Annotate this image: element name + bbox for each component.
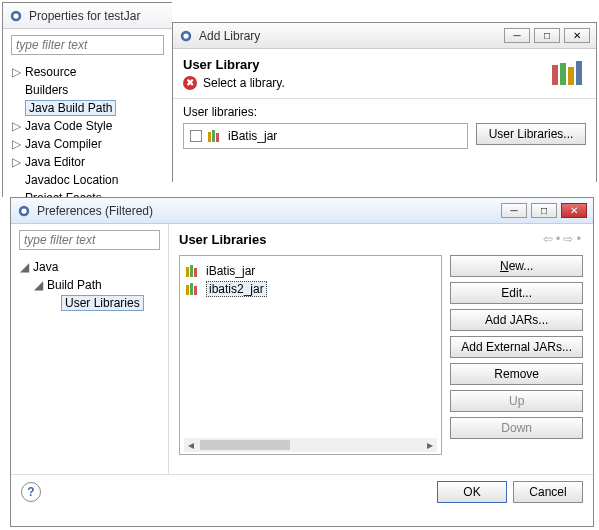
tree-item[interactable]: Javadoc Location	[25, 173, 118, 187]
close-button[interactable]: ✕	[564, 28, 590, 43]
tree-item[interactable]: Resource	[25, 65, 76, 79]
cancel-button[interactable]: Cancel	[513, 481, 583, 503]
add-external-jars-button[interactable]: Add External JARs...	[450, 336, 583, 358]
user-libraries-list[interactable]: iBatis_jar	[183, 123, 468, 149]
category-panel: ◢Java ◢Build Path User Libraries	[11, 224, 169, 474]
svg-rect-8	[208, 132, 211, 142]
svg-rect-5	[560, 63, 566, 85]
svg-rect-10	[216, 133, 219, 142]
svg-point-3	[183, 33, 188, 38]
tree-item[interactable]: Java Editor	[25, 155, 85, 169]
remove-button[interactable]: Remove	[450, 363, 583, 385]
titlebar[interactable]: Add Library ─ □ ✕	[173, 23, 596, 49]
svg-rect-15	[194, 268, 197, 277]
tree-item[interactable]: Builders	[25, 83, 68, 97]
svg-rect-18	[194, 286, 197, 295]
library-icon	[208, 130, 222, 142]
tree-item[interactable]: Build Path	[47, 278, 102, 292]
checkbox[interactable]	[190, 130, 202, 142]
svg-rect-17	[190, 283, 193, 295]
add-jars-button[interactable]: Add JARs...	[450, 309, 583, 331]
library-icon	[186, 265, 200, 277]
filter-input[interactable]	[11, 35, 164, 55]
window-title: Properties for testJar	[29, 9, 166, 23]
svg-rect-9	[212, 130, 215, 142]
svg-rect-16	[186, 285, 189, 295]
nav-arrows[interactable]: ⇦ • ⇨ •	[543, 232, 581, 246]
library-icon	[186, 283, 200, 295]
eclipse-icon	[17, 204, 31, 218]
minimize-button[interactable]: ─	[501, 203, 527, 218]
svg-rect-13	[186, 267, 189, 277]
error-icon: ✖	[183, 76, 197, 90]
titlebar[interactable]: Properties for testJar	[3, 3, 172, 29]
up-button[interactable]: Up	[450, 390, 583, 412]
dialog-heading: User Library	[183, 57, 285, 72]
library-banner-icon	[550, 59, 586, 89]
ok-button[interactable]: OK	[437, 481, 507, 503]
tree-item[interactable]: Java	[33, 260, 58, 274]
content-panel: ⇦ • ⇨ • User Libraries iBatis_jar ibatis…	[169, 224, 593, 474]
svg-point-12	[21, 208, 26, 213]
list-label: User libraries:	[183, 105, 586, 119]
list-item-selected[interactable]: ibatis2_jar	[206, 281, 267, 297]
window-title: Preferences (Filtered)	[37, 204, 501, 218]
eclipse-icon	[9, 9, 23, 23]
tree-item-selected[interactable]: User Libraries	[61, 295, 144, 311]
eclipse-icon	[179, 29, 193, 43]
edit-button[interactable]: Edit...	[450, 282, 583, 304]
titlebar[interactable]: Preferences (Filtered) ─ □ ✕	[11, 198, 593, 224]
category-tree[interactable]: ▷Resource Builders Java Build Path ▷Java…	[3, 61, 172, 209]
filter-input[interactable]	[19, 230, 160, 250]
maximize-button[interactable]: □	[531, 203, 557, 218]
add-library-window: Add Library ─ □ ✕ User Library ✖Select a…	[172, 22, 597, 182]
libraries-list[interactable]: iBatis_jar ibatis2_jar ◂▸	[179, 255, 442, 455]
preferences-window: Preferences (Filtered) ─ □ ✕ ◢Java ◢Buil…	[10, 197, 594, 527]
window-title: Add Library	[199, 29, 504, 43]
tree-item[interactable]: Java Code Style	[25, 119, 112, 133]
properties-window: Properties for testJar ▷Resource Builder…	[2, 2, 172, 197]
filter-box	[11, 35, 164, 55]
list-item[interactable]: iBatis_jar	[228, 129, 277, 143]
minimize-button[interactable]: ─	[504, 28, 530, 43]
dialog-footer: ? OK Cancel	[11, 474, 593, 509]
new-button[interactable]: New...	[450, 255, 583, 277]
svg-rect-7	[576, 61, 582, 85]
down-button[interactable]: Down	[450, 417, 583, 439]
dialog-header: User Library ✖Select a library.	[173, 49, 596, 99]
tree-item-selected[interactable]: Java Build Path	[25, 100, 116, 116]
tree-item[interactable]: Java Compiler	[25, 137, 102, 151]
close-button[interactable]: ✕	[561, 203, 587, 218]
horizontal-scrollbar[interactable]: ◂▸	[184, 438, 437, 452]
svg-rect-14	[190, 265, 193, 277]
list-item[interactable]: iBatis_jar	[206, 264, 255, 278]
svg-rect-4	[552, 65, 558, 85]
maximize-button[interactable]: □	[534, 28, 560, 43]
svg-rect-6	[568, 67, 574, 85]
svg-point-1	[13, 13, 18, 18]
user-libraries-button[interactable]: User Libraries...	[476, 123, 586, 145]
action-button-column: New... Edit... Add JARs... Add External …	[450, 255, 583, 455]
page-heading: User Libraries	[179, 232, 583, 247]
help-button[interactable]: ?	[21, 482, 41, 502]
error-text: Select a library.	[203, 76, 285, 90]
